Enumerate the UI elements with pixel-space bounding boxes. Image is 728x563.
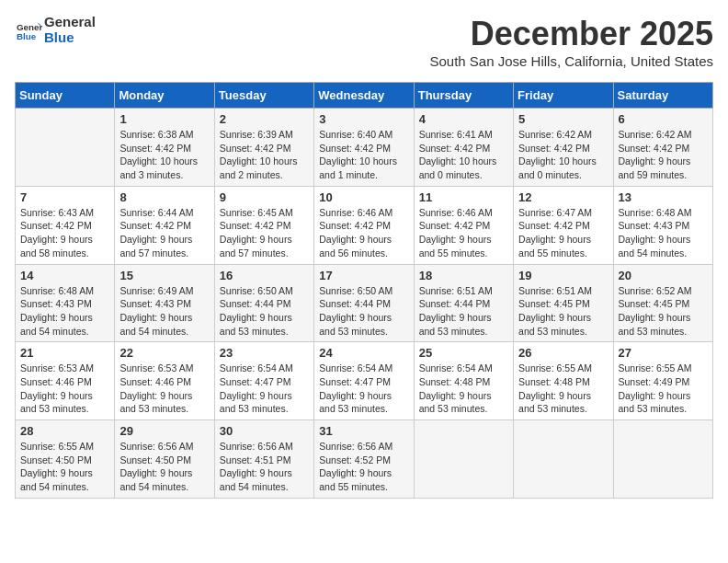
calendar-cell: 19Sunrise: 6:51 AMSunset: 4:45 PMDayligh…	[514, 264, 613, 342]
cell-details: Sunrise: 6:56 AMSunset: 4:51 PMDaylight:…	[220, 440, 309, 494]
logo-blue-text: Blue	[44, 30, 96, 46]
page-container: General Blue General Blue December 2025 …	[15, 15, 713, 499]
cell-details: Sunrise: 6:51 AMSunset: 4:44 PMDaylight:…	[419, 284, 508, 339]
calendar-cell: 24Sunrise: 6:54 AMSunset: 4:47 PMDayligh…	[314, 342, 414, 420]
day-number: 17	[319, 269, 408, 282]
day-number: 4	[419, 112, 508, 126]
header: General Blue General Blue December 2025 …	[15, 15, 713, 78]
calendar-cell: 23Sunrise: 6:54 AMSunset: 4:47 PMDayligh…	[214, 342, 313, 420]
logo-icon: General Blue	[17, 17, 42, 43]
title-section: December 2025 South San Jose Hills, Cali…	[430, 15, 714, 78]
day-number: 14	[20, 269, 109, 282]
day-number: 23	[220, 346, 309, 360]
logo-general-text: General	[44, 15, 96, 30]
day-number: 2	[220, 112, 309, 126]
calendar-cell: 18Sunrise: 6:51 AMSunset: 4:44 PMDayligh…	[414, 264, 513, 342]
calendar-cell: 15Sunrise: 6:49 AMSunset: 4:43 PMDayligh…	[115, 264, 214, 342]
calendar-cell: 12Sunrise: 6:47 AMSunset: 4:42 PMDayligh…	[514, 186, 613, 264]
day-number: 11	[419, 190, 508, 204]
day-number: 20	[619, 269, 708, 282]
header-day-thursday: Thursday	[414, 83, 513, 109]
week-row-4: 28Sunrise: 6:55 AMSunset: 4:50 PMDayligh…	[16, 420, 713, 499]
calendar-cell: 29Sunrise: 6:56 AMSunset: 4:50 PMDayligh…	[115, 420, 214, 499]
cell-details: Sunrise: 6:42 AMSunset: 4:42 PMDaylight:…	[619, 128, 708, 182]
week-row-1: 7Sunrise: 6:43 AMSunset: 4:42 PMDaylight…	[16, 186, 713, 264]
calendar-cell: 3Sunrise: 6:40 AMSunset: 4:42 PMDaylight…	[314, 109, 414, 187]
day-number: 18	[419, 269, 508, 282]
day-number: 21	[20, 346, 109, 360]
cell-details: Sunrise: 6:48 AMSunset: 4:43 PMDaylight:…	[20, 284, 109, 339]
header-day-tuesday: Tuesday	[214, 83, 313, 109]
week-row-3: 21Sunrise: 6:53 AMSunset: 4:46 PMDayligh…	[16, 342, 713, 420]
calendar-cell: 6Sunrise: 6:42 AMSunset: 4:42 PMDaylight…	[613, 109, 712, 187]
calendar-cell: 10Sunrise: 6:46 AMSunset: 4:42 PMDayligh…	[314, 186, 414, 264]
cell-details: Sunrise: 6:51 AMSunset: 4:45 PMDaylight:…	[518, 284, 608, 339]
week-row-2: 14Sunrise: 6:48 AMSunset: 4:43 PMDayligh…	[16, 264, 713, 342]
calendar-cell: 14Sunrise: 6:48 AMSunset: 4:43 PMDayligh…	[16, 264, 115, 342]
cell-details: Sunrise: 6:56 AMSunset: 4:50 PMDaylight:…	[119, 440, 209, 494]
logo: General Blue General Blue	[15, 15, 96, 45]
cell-details: Sunrise: 6:55 AMSunset: 4:48 PMDaylight:…	[518, 362, 608, 416]
cell-details: Sunrise: 6:42 AMSunset: 4:42 PMDaylight:…	[518, 128, 608, 182]
calendar-cell: 20Sunrise: 6:52 AMSunset: 4:45 PMDayligh…	[613, 264, 712, 342]
day-number: 15	[119, 269, 209, 282]
day-number: 9	[220, 190, 309, 204]
day-number: 8	[119, 190, 209, 204]
day-number: 25	[419, 346, 508, 360]
calendar-cell: 28Sunrise: 6:55 AMSunset: 4:50 PMDayligh…	[16, 420, 115, 499]
day-number: 3	[319, 112, 408, 126]
day-number: 31	[319, 424, 408, 438]
day-number: 6	[619, 112, 708, 126]
day-number: 27	[619, 346, 708, 360]
svg-text:Blue: Blue	[17, 30, 37, 40]
day-number: 13	[619, 190, 708, 204]
calendar-cell: 30Sunrise: 6:56 AMSunset: 4:51 PMDayligh…	[214, 420, 313, 499]
day-number: 24	[319, 346, 408, 360]
cell-details: Sunrise: 6:52 AMSunset: 4:45 PMDaylight:…	[619, 284, 708, 339]
header-day-sunday: Sunday	[16, 83, 115, 109]
calendar-cell	[613, 420, 712, 499]
cell-details: Sunrise: 6:44 AMSunset: 4:42 PMDaylight:…	[119, 206, 209, 260]
calendar-cell: 7Sunrise: 6:43 AMSunset: 4:42 PMDaylight…	[16, 186, 115, 264]
calendar-cell: 9Sunrise: 6:45 AMSunset: 4:42 PMDaylight…	[214, 186, 313, 264]
cell-details: Sunrise: 6:49 AMSunset: 4:43 PMDaylight:…	[119, 284, 209, 339]
header-day-friday: Friday	[514, 83, 613, 109]
day-number: 7	[20, 190, 109, 204]
day-number: 26	[518, 346, 608, 360]
calendar-cell: 22Sunrise: 6:53 AMSunset: 4:46 PMDayligh…	[115, 342, 214, 420]
calendar-cell: 13Sunrise: 6:48 AMSunset: 4:43 PMDayligh…	[613, 186, 712, 264]
calendar-cell: 16Sunrise: 6:50 AMSunset: 4:44 PMDayligh…	[214, 264, 313, 342]
location-title: South San Jose Hills, California, United…	[430, 53, 714, 69]
calendar-cell: 17Sunrise: 6:50 AMSunset: 4:44 PMDayligh…	[314, 264, 414, 342]
day-number: 16	[220, 269, 309, 282]
cell-details: Sunrise: 6:56 AMSunset: 4:52 PMDaylight:…	[319, 440, 408, 494]
cell-details: Sunrise: 6:53 AMSunset: 4:46 PMDaylight:…	[20, 362, 109, 416]
calendar-cell: 21Sunrise: 6:53 AMSunset: 4:46 PMDayligh…	[16, 342, 115, 420]
cell-details: Sunrise: 6:41 AMSunset: 4:42 PMDaylight:…	[419, 128, 508, 182]
day-number: 19	[518, 269, 608, 282]
cell-details: Sunrise: 6:54 AMSunset: 4:47 PMDaylight:…	[319, 362, 408, 416]
calendar-cell: 2Sunrise: 6:39 AMSunset: 4:42 PMDaylight…	[214, 109, 313, 187]
month-title: December 2025	[430, 15, 714, 53]
calendar-cell: 4Sunrise: 6:41 AMSunset: 4:42 PMDaylight…	[414, 109, 513, 187]
header-row: SundayMondayTuesdayWednesdayThursdayFrid…	[16, 83, 713, 109]
calendar-cell: 27Sunrise: 6:55 AMSunset: 4:49 PMDayligh…	[613, 342, 712, 420]
header-day-saturday: Saturday	[613, 83, 712, 109]
cell-details: Sunrise: 6:48 AMSunset: 4:43 PMDaylight:…	[619, 206, 708, 260]
calendar-table: SundayMondayTuesdayWednesdayThursdayFrid…	[15, 82, 713, 499]
calendar-body: 1Sunrise: 6:38 AMSunset: 4:42 PMDaylight…	[16, 109, 713, 499]
cell-details: Sunrise: 6:54 AMSunset: 4:48 PMDaylight:…	[419, 362, 508, 416]
calendar-header: SundayMondayTuesdayWednesdayThursdayFrid…	[16, 83, 713, 109]
day-number: 22	[119, 346, 209, 360]
cell-details: Sunrise: 6:54 AMSunset: 4:47 PMDaylight:…	[220, 362, 309, 416]
calendar-cell: 26Sunrise: 6:55 AMSunset: 4:48 PMDayligh…	[514, 342, 613, 420]
day-number: 10	[319, 190, 408, 204]
day-number: 1	[119, 112, 209, 126]
day-number: 28	[20, 424, 109, 438]
header-day-wednesday: Wednesday	[314, 83, 414, 109]
cell-details: Sunrise: 6:43 AMSunset: 4:42 PMDaylight:…	[20, 206, 109, 260]
day-number: 5	[518, 112, 608, 126]
cell-details: Sunrise: 6:55 AMSunset: 4:50 PMDaylight:…	[20, 440, 109, 494]
cell-details: Sunrise: 6:47 AMSunset: 4:42 PMDaylight:…	[518, 206, 608, 260]
cell-details: Sunrise: 6:39 AMSunset: 4:42 PMDaylight:…	[220, 128, 309, 182]
